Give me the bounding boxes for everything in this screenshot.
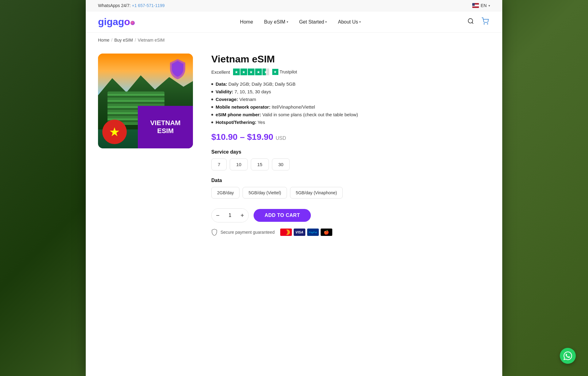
bullet-coverage-value: Vietnam [239, 97, 256, 102]
header: gigago Home Buy eSIM ▾ Get Started ▾ Abo… [86, 11, 502, 33]
product-section: ★ VIETNAM ESIM Vietnam eSIM Excellent ★ … [86, 47, 502, 254]
bullet-operator-value: Itel/Vinaphone/Viettel [272, 104, 315, 110]
secure-shield-icon [211, 229, 217, 236]
paypal-icon: PayPal [307, 229, 319, 236]
cart-button[interactable] [480, 16, 490, 28]
star-1: ★ [233, 69, 240, 75]
product-image-scene: ★ VIETNAM ESIM [98, 54, 193, 148]
nav-get-started[interactable]: Get Started ▾ [299, 19, 327, 25]
logo[interactable]: gigago [98, 16, 135, 28]
bullet-coverage-label: Coverage: [216, 97, 238, 102]
nav-about-us[interactable]: About Us ▾ [338, 19, 361, 25]
nav-home[interactable]: Home [240, 19, 253, 25]
trustpilot-label: Trustpilot [280, 69, 297, 74]
service-day-10[interactable]: 10 [230, 158, 248, 170]
bullet-dot-6 [211, 121, 213, 123]
nav-buy-esim[interactable]: Buy eSIM ▾ [264, 19, 288, 25]
bullet-validity: Validity: 7, 10, 15, 30 days [211, 89, 490, 94]
secure-payment-label: Secure payment guaranteed [221, 230, 275, 235]
payment-cards: VISA PayPal 🍎 [280, 229, 332, 236]
whatsapp-float-button[interactable] [560, 348, 576, 364]
star-4: ★ [255, 69, 262, 75]
breadcrumb-sep-1: / [111, 38, 112, 43]
lang-label: EN [481, 3, 487, 8]
service-day-30[interactable]: 30 [272, 158, 290, 170]
purchase-row: − 1 + ADD TO CART [211, 208, 490, 222]
breadcrumb-home[interactable]: Home [98, 38, 109, 43]
breadcrumb-sep-2: / [135, 38, 136, 43]
bullet-dot-4 [211, 106, 213, 108]
banner-line-2: ESIM [157, 127, 174, 135]
data-2gb[interactable]: 2GB/day [211, 187, 239, 199]
breadcrumb: Home / Buy eSIM / Vietnam eSIM [86, 33, 502, 47]
whatsapp-icon [564, 352, 572, 360]
vietnam-star-icon: ★ [109, 126, 120, 138]
bullet-validity-value: 7, 10, 15, 30 days [235, 89, 271, 94]
service-day-7[interactable]: 7 [211, 158, 227, 170]
mastercard-icon [280, 229, 292, 236]
bullet-dot-1 [211, 83, 213, 85]
banner-line-1: VIETNAM [150, 119, 181, 127]
logo-text: gigago [98, 16, 130, 28]
product-details: Vietnam eSIM Excellent ★ ★ ★ ★ ★ ★ Trust… [211, 54, 490, 236]
language-selector[interactable]: EN ▾ [472, 3, 490, 8]
product-title: Vietnam eSIM [211, 54, 490, 65]
quantity-value: 1 [224, 213, 236, 218]
lang-chevron-icon: ▾ [488, 4, 490, 7]
bullet-dot-2 [211, 91, 213, 93]
svg-line-1 [472, 22, 473, 24]
trustpilot-star-icon: ★ [272, 69, 278, 75]
bullet-dot-5 [211, 114, 213, 116]
vietnam-flag-circle: ★ [102, 120, 127, 144]
data-5gb-viettel[interactable]: 5GB/day (Viettel) [243, 187, 287, 199]
bullet-validity-label: Validity: [216, 89, 233, 94]
main-nav: Home Buy eSIM ▾ Get Started ▾ About Us ▾ [240, 19, 361, 25]
star-5-half: ★ [262, 69, 269, 75]
price-dash: – [240, 132, 245, 142]
star-2: ★ [240, 69, 247, 75]
data-label: Data [211, 178, 490, 183]
trustpilot-logo: ★ Trustpilot [272, 69, 297, 75]
whatsapp-label: WhatsApps 24/7: [98, 3, 131, 8]
bullet-tethering-value: Yes [258, 120, 265, 125]
quantity-decrease-button[interactable]: − [212, 209, 224, 222]
bullet-operator-label: Mobile network operator: [216, 104, 270, 110]
product-bullets: Data: Daily 2GB; Daily 3GB; Daily 5GB Va… [211, 81, 490, 125]
data-options: 2GB/day 5GB/day (Viettel) 5GB/day (Vinap… [211, 187, 490, 199]
quantity-control: − 1 + [211, 208, 249, 222]
get-started-chevron-icon: ▾ [325, 20, 327, 24]
cart-icon [481, 17, 489, 25]
star-3: ★ [248, 69, 254, 75]
data-5gb-vinaphone[interactable]: 5GB/day (Vinaphone) [290, 187, 343, 199]
secure-payment-row: Secure payment guaranteed VISA PayPal 🍎 [211, 229, 490, 236]
nav-icons [466, 16, 490, 28]
add-to-cart-button[interactable]: ADD TO CART [254, 209, 311, 222]
service-day-15[interactable]: 15 [251, 158, 269, 170]
stars-container: ★ ★ ★ ★ ★ [233, 69, 269, 75]
svg-point-3 [487, 24, 488, 24]
logo-dot-icon [130, 21, 135, 25]
quantity-increase-button[interactable]: + [236, 209, 248, 222]
bullet-phone-number: eSIM phone number: Valid in some plans (… [211, 112, 490, 117]
bullet-tethering-label: Hotspot/Tethering: [216, 120, 256, 125]
bullet-data-value: Daily 2GB; Daily 3GB; Daily 5GB [228, 81, 296, 87]
bullet-coverage: Coverage: Vietnam [211, 97, 490, 102]
product-image: ★ VIETNAM ESIM [98, 54, 193, 148]
buy-esim-chevron-icon: ▾ [287, 20, 288, 24]
breadcrumb-current: Vietnam eSIM [138, 38, 165, 43]
price-currency: USD [276, 136, 286, 141]
bullet-data: Data: Daily 2GB; Daily 3GB; Daily 5GB [211, 81, 490, 87]
service-days-label: Service days [211, 149, 490, 155]
rating-label: Excellent [211, 69, 230, 75]
shield-icon [168, 58, 187, 80]
service-days-options: 7 10 15 30 [211, 158, 490, 170]
breadcrumb-buy-esim[interactable]: Buy eSIM [114, 38, 133, 43]
whatsapp-info: WhatsApps 24/7: +1 657-571-1199 [98, 3, 165, 8]
price-from: $10.90 [211, 132, 238, 142]
search-button[interactable] [466, 17, 475, 27]
price-range: $10.90 – $19.90 USD [211, 132, 490, 142]
about-us-chevron-icon: ▾ [359, 20, 361, 24]
whatsapp-number[interactable]: +1 657-571-1199 [132, 3, 165, 8]
bullet-dot-3 [211, 99, 213, 100]
us-flag-icon [472, 3, 479, 8]
